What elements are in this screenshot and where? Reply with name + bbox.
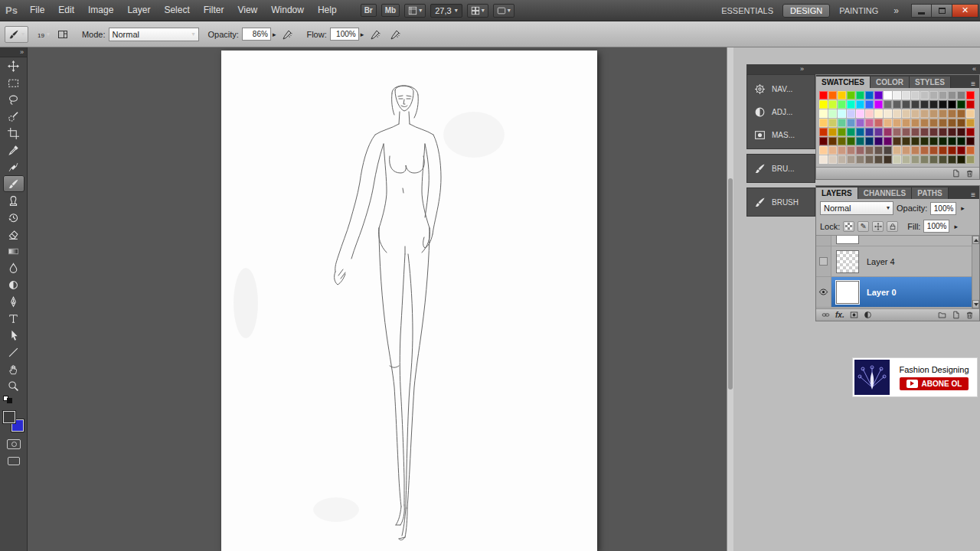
color-swatch[interactable] (865, 155, 874, 164)
workspace-essentials[interactable]: ESSENTIALS (714, 4, 781, 18)
color-swatch[interactable] (819, 155, 828, 164)
dock-item-adjustments[interactable]: ADJ... (747, 100, 815, 123)
lock-position-button[interactable] (872, 221, 884, 232)
toggle-brush-panel-button[interactable] (54, 26, 71, 43)
tool-zoom[interactable] (3, 377, 24, 394)
color-swatch[interactable] (884, 91, 892, 99)
color-swatch[interactable] (929, 137, 938, 145)
menu-edit[interactable]: Edit (51, 0, 81, 21)
tool-gradient[interactable] (3, 243, 24, 259)
layer-name[interactable]: Layer 4 (867, 257, 895, 266)
color-swatch[interactable] (847, 128, 855, 136)
color-swatch[interactable] (929, 128, 938, 136)
color-swatch[interactable] (865, 146, 874, 155)
color-swatch[interactable] (902, 137, 910, 145)
color-swatch[interactable] (874, 128, 883, 136)
color-swatch[interactable] (874, 155, 883, 164)
color-swatch[interactable] (920, 119, 929, 127)
color-swatch[interactable] (893, 109, 901, 118)
color-swatch[interactable] (856, 119, 864, 127)
close-button[interactable]: ✕ (952, 4, 978, 18)
color-swatch[interactable] (939, 155, 947, 164)
color-swatch[interactable] (920, 109, 929, 118)
menu-image[interactable]: Image (81, 0, 120, 21)
lock-transparency-button[interactable] (843, 221, 854, 232)
color-swatch[interactable] (819, 128, 828, 136)
minimize-button[interactable] (911, 4, 932, 18)
color-swatch[interactable] (939, 119, 947, 127)
color-swatch[interactable] (920, 128, 929, 136)
tool-move[interactable] (3, 57, 24, 74)
color-swatch[interactable] (828, 146, 837, 155)
color-swatch[interactable] (847, 137, 855, 145)
color-swatch[interactable] (865, 119, 874, 127)
color-swatch[interactable] (847, 119, 855, 127)
airbrush-toggle-button[interactable] (367, 26, 384, 43)
color-swatch[interactable] (920, 91, 929, 99)
color-swatch[interactable] (874, 119, 883, 127)
color-swatch[interactable] (856, 137, 864, 145)
tool-brush[interactable] (3, 175, 24, 192)
visibility-toggle[interactable] (816, 277, 831, 307)
color-swatch[interactable] (939, 100, 947, 109)
color-swatch[interactable] (911, 109, 920, 118)
tool-dodge[interactable] (3, 276, 24, 293)
color-swatch[interactable] (838, 119, 846, 127)
add-layer-mask-icon[interactable] (850, 311, 858, 319)
color-swatch[interactable] (828, 128, 837, 136)
layer-blend-mode-select[interactable]: Normal ▾ (820, 201, 893, 215)
dock-item-brush[interactable]: BRUSH (747, 191, 815, 214)
layer-thumbnail[interactable] (836, 250, 859, 273)
color-swatch[interactable] (838, 109, 846, 118)
color-swatch[interactable] (856, 109, 864, 118)
color-swatch[interactable] (838, 100, 846, 109)
tool-rectangular-marquee[interactable] (3, 74, 24, 91)
layer-style-fx-icon[interactable]: fx. (835, 311, 844, 319)
color-swatch[interactable] (911, 91, 920, 99)
tool-type[interactable] (3, 310, 24, 327)
color-swatch[interactable] (948, 109, 956, 118)
color-swatch[interactable] (966, 155, 975, 164)
color-swatch[interactable] (847, 155, 855, 164)
tool-hand[interactable] (3, 360, 24, 377)
view-extras-button[interactable]: ▾ (404, 4, 426, 18)
color-swatch[interactable] (902, 119, 910, 127)
opacity-slider-arrow[interactable]: ▸ (271, 31, 278, 38)
color-swatch[interactable] (902, 155, 910, 164)
menu-window[interactable]: Window (264, 0, 311, 21)
collapse-panels-chevron[interactable]: « (972, 64, 976, 74)
color-swatch[interactable] (865, 109, 874, 118)
flow-slider-arrow[interactable]: ▸ (359, 31, 366, 38)
new-swatch-icon[interactable] (952, 169, 960, 178)
document-canvas[interactable] (221, 51, 597, 551)
layer-list-scrollbar[interactable] (972, 236, 979, 308)
link-layers-icon[interactable] (822, 311, 830, 319)
color-swatch[interactable] (874, 137, 883, 145)
layer-name[interactable]: Layer 0 (867, 288, 897, 297)
color-swatch[interactable] (847, 109, 855, 118)
layer-fill-input[interactable]: 100% (923, 220, 949, 233)
color-swatch[interactable] (874, 91, 883, 99)
tools-panel-header[interactable]: » (0, 47, 27, 57)
color-swatch[interactable] (874, 109, 883, 118)
color-swatch[interactable] (920, 155, 929, 164)
canvas-vertical-scrollbar[interactable] (727, 47, 733, 551)
scrollbar-thumb[interactable] (728, 178, 733, 390)
color-swatch[interactable] (828, 100, 837, 109)
quick-mask-button[interactable] (7, 439, 21, 449)
workspace-design[interactable]: DESIGN (782, 4, 830, 18)
color-swatch[interactable] (966, 109, 975, 118)
new-layer-icon[interactable] (952, 311, 960, 319)
color-swatch[interactable] (884, 155, 892, 164)
color-swatch[interactable] (957, 119, 965, 127)
color-swatch[interactable] (838, 91, 846, 99)
color-swatch[interactable] (966, 137, 975, 145)
color-swatch[interactable] (893, 137, 901, 145)
color-swatch[interactable] (819, 100, 828, 109)
color-swatch[interactable] (865, 137, 874, 145)
color-swatch[interactable] (929, 100, 938, 109)
color-swatch[interactable] (902, 146, 910, 155)
color-swatch[interactable] (911, 146, 920, 155)
color-swatch[interactable] (957, 155, 965, 164)
color-swatch[interactable] (957, 100, 965, 109)
